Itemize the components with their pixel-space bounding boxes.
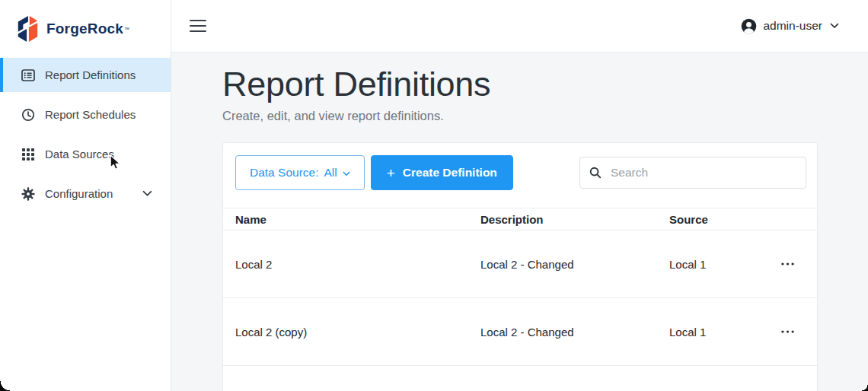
app-root: ForgeRock ™ Report Definitions xyxy=(0,0,868,391)
table-row[interactable]: Local 2 (copy) Local 2 - Changed Local 1 xyxy=(223,298,817,366)
cell-name: Local 2 xyxy=(235,258,480,271)
table-row[interactable]: Local 2 Local 2 - Changed Local 1 xyxy=(223,230,817,298)
gear-icon xyxy=(21,187,35,201)
column-header-source: Source xyxy=(669,213,768,226)
brand-name: ForgeRock xyxy=(46,21,123,37)
list-alt-icon xyxy=(21,68,35,82)
cell-name: Local 2 (copy) xyxy=(235,326,480,339)
card-toolbar: Data Source: All + Create Definition xyxy=(223,143,817,208)
sidebar-item-label: Data Sources xyxy=(45,148,114,161)
create-definition-button[interactable]: + Create Definition xyxy=(371,155,513,190)
create-definition-label: Create Definition xyxy=(403,166,497,180)
chevron-down-icon xyxy=(830,23,839,29)
brand: ForgeRock ™ xyxy=(0,0,171,58)
sidebar: ForgeRock ™ Report Definitions xyxy=(0,0,171,391)
column-header-description: Description xyxy=(480,213,669,226)
page-title: Report Definitions xyxy=(222,65,868,104)
row-actions-ellipsis-button[interactable] xyxy=(777,326,799,338)
sidebar-item-data-sources[interactable]: Data Sources xyxy=(0,137,171,171)
plus-icon: + xyxy=(387,166,395,180)
forgerock-logo-icon xyxy=(15,15,40,43)
chevron-down-icon xyxy=(343,171,350,176)
cell-description: Local 2 - Changed xyxy=(480,326,669,339)
sidebar-item-report-schedules[interactable]: Report Schedules xyxy=(0,97,171,132)
brand-trademark: ™ xyxy=(124,27,129,32)
screen-corner-artifact xyxy=(862,385,868,391)
cell-description: Local 2 - Changed xyxy=(480,258,669,271)
topbar: admin-user xyxy=(171,0,868,52)
sidebar-item-configuration[interactable]: Configuration xyxy=(0,176,171,211)
main-content: Report Definitions Create, edit, and vie… xyxy=(171,52,868,391)
filter-label: Data Source: xyxy=(250,166,318,180)
search-input[interactable] xyxy=(611,166,796,180)
sidebar-item-label: Report Definitions xyxy=(45,68,136,81)
data-source-filter-dropdown[interactable]: Data Source: All xyxy=(235,155,365,190)
hamburger-menu-icon[interactable] xyxy=(190,20,206,32)
grid-icon xyxy=(21,148,35,161)
content-column: admin-user Report Definitions Create, ed… xyxy=(171,0,868,391)
cell-source: Local 1 xyxy=(669,326,768,339)
clock-icon xyxy=(21,108,35,122)
sidebar-item-label: Report Schedules xyxy=(45,108,136,121)
user-avatar-icon xyxy=(741,18,757,34)
cell-source: Local 1 xyxy=(669,258,768,271)
column-header-name: Name xyxy=(235,213,480,226)
table-header: Name Description Source xyxy=(223,208,817,230)
sidebar-nav: Report Definitions Report Schedules xyxy=(0,58,171,211)
row-actions-ellipsis-button[interactable] xyxy=(777,258,799,270)
report-definitions-card: Data Source: All + Create Definition xyxy=(222,142,818,391)
sidebar-item-report-definitions[interactable]: Report Definitions xyxy=(0,58,171,92)
search-icon xyxy=(589,167,602,179)
user-menu[interactable]: admin-user xyxy=(741,18,839,34)
sidebar-item-label: Configuration xyxy=(45,187,113,200)
page-subtitle: Create, edit, and view report definition… xyxy=(222,109,868,123)
user-menu-label: admin-user xyxy=(763,19,822,33)
screen-corner-artifact xyxy=(0,381,10,391)
search-box xyxy=(579,157,806,189)
chevron-down-icon xyxy=(142,190,152,197)
filter-value: All xyxy=(324,166,337,180)
